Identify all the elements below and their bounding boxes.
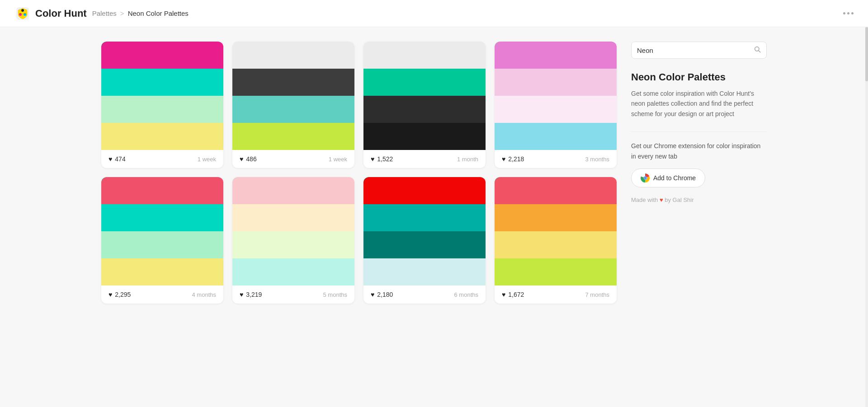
palette-likes[interactable]: ♥2,218 bbox=[502, 155, 524, 163]
palette-card[interactable]: ♥2,2183 months bbox=[495, 42, 617, 168]
palette-time: 3 months bbox=[585, 156, 609, 163]
header: Color Hunt Palettes > Neon Color Palette… bbox=[0, 0, 868, 27]
color-swatch bbox=[363, 96, 486, 123]
palette-card[interactable]: ♥2,2954 months bbox=[101, 177, 223, 304]
palette-likes[interactable]: ♥2,295 bbox=[108, 291, 131, 298]
palette-card[interactable]: ♥1,6727 months bbox=[495, 177, 617, 304]
likes-count: 474 bbox=[115, 155, 125, 163]
color-swatch bbox=[495, 123, 617, 150]
logo-text: Color Hunt bbox=[35, 8, 87, 19]
color-swatch bbox=[363, 231, 486, 258]
color-swatch bbox=[101, 204, 223, 231]
heart-icon: ♥ bbox=[660, 196, 665, 203]
breadcrumb: Palettes > Neon Color Palettes bbox=[92, 9, 189, 17]
color-swatch bbox=[232, 123, 354, 150]
palette-swatches bbox=[232, 42, 354, 150]
palette-likes[interactable]: ♥2,180 bbox=[371, 291, 393, 298]
palette-footer: ♥2,2183 months bbox=[495, 150, 617, 168]
palette-card[interactable]: ♥4861 week bbox=[232, 42, 354, 168]
palette-swatches bbox=[232, 177, 354, 285]
add-to-chrome-label: Add to Chrome bbox=[653, 174, 696, 182]
search-input[interactable] bbox=[637, 47, 754, 54]
palette-likes[interactable]: ♥474 bbox=[108, 155, 126, 163]
heart-icon: ♥ bbox=[502, 291, 505, 298]
likes-count: 2,180 bbox=[377, 291, 393, 298]
chrome-logo-icon bbox=[641, 173, 650, 182]
breadcrumb-palettes[interactable]: Palettes bbox=[92, 9, 117, 17]
palette-card[interactable]: ♥2,1806 months bbox=[363, 177, 486, 304]
palette-time: 6 months bbox=[454, 291, 478, 298]
palette-card[interactable]: ♥1,5221 month bbox=[363, 42, 486, 168]
likes-count: 2,295 bbox=[115, 291, 131, 298]
search-icon bbox=[754, 46, 761, 53]
svg-point-4 bbox=[24, 13, 26, 16]
sidebar-description: Get some color inspiration with Color Hu… bbox=[631, 89, 767, 119]
header-left: Color Hunt Palettes > Neon Color Palette… bbox=[14, 5, 189, 22]
palette-time: 5 months bbox=[323, 291, 347, 298]
breadcrumb-current: Neon Color Palettes bbox=[128, 9, 189, 17]
color-swatch bbox=[101, 42, 223, 69]
palette-card[interactable]: ♥4741 week bbox=[101, 42, 223, 168]
color-swatch bbox=[363, 42, 486, 69]
palette-likes[interactable]: ♥486 bbox=[240, 155, 257, 163]
color-swatch bbox=[495, 177, 617, 204]
heart-icon: ♥ bbox=[371, 291, 374, 298]
color-swatch bbox=[363, 204, 486, 231]
made-with: Made with ♥ by Gal Shir bbox=[631, 196, 767, 203]
logo-link[interactable]: Color Hunt bbox=[14, 5, 87, 22]
logo-icon bbox=[14, 5, 31, 22]
svg-point-3 bbox=[19, 13, 22, 16]
heart-icon: ♥ bbox=[108, 291, 112, 298]
palette-likes[interactable]: ♥3,219 bbox=[240, 291, 262, 298]
chrome-promo-text: Get our Chrome extension for color inspi… bbox=[631, 141, 767, 161]
scrollbar[interactable] bbox=[865, 0, 868, 407]
color-swatch bbox=[101, 123, 223, 150]
palette-likes[interactable]: ♥1,672 bbox=[502, 291, 524, 298]
color-swatch bbox=[495, 42, 617, 69]
palette-footer: ♥1,6727 months bbox=[495, 285, 617, 304]
heart-icon: ♥ bbox=[502, 155, 505, 163]
palette-swatches bbox=[363, 177, 486, 285]
breadcrumb-separator: > bbox=[120, 9, 124, 17]
palette-card[interactable]: ♥3,2195 months bbox=[232, 177, 354, 304]
color-swatch bbox=[495, 69, 617, 96]
color-swatch bbox=[495, 258, 617, 285]
palette-swatches bbox=[101, 177, 223, 285]
color-swatch bbox=[495, 96, 617, 123]
main-layout: ♥4741 week♥4861 week♥1,5221 month♥2,2183… bbox=[90, 27, 778, 318]
gal-shir-link[interactable]: Gal Shir bbox=[673, 196, 694, 203]
sidebar-divider bbox=[631, 131, 767, 132]
palette-likes[interactable]: ♥1,522 bbox=[371, 155, 393, 163]
likes-count: 486 bbox=[246, 155, 256, 163]
color-swatch bbox=[495, 204, 617, 231]
svg-point-2 bbox=[21, 9, 24, 12]
sidebar-title: Neon Color Palettes bbox=[631, 71, 767, 83]
color-swatch bbox=[363, 177, 486, 204]
search-button[interactable] bbox=[754, 46, 761, 55]
search-box bbox=[631, 42, 767, 59]
palette-swatches bbox=[495, 42, 617, 150]
heart-icon: ♥ bbox=[371, 155, 374, 163]
color-swatch bbox=[495, 231, 617, 258]
more-options-button[interactable] bbox=[843, 12, 854, 14]
color-swatch bbox=[232, 96, 354, 123]
color-swatch bbox=[363, 69, 486, 96]
color-swatch bbox=[232, 177, 354, 204]
dot-icon bbox=[851, 12, 854, 14]
likes-count: 3,219 bbox=[246, 291, 262, 298]
palette-time: 1 week bbox=[329, 156, 347, 163]
heart-icon: ♥ bbox=[240, 291, 243, 298]
palette-grid: ♥4741 week♥4861 week♥1,5221 month♥2,2183… bbox=[101, 42, 617, 304]
palette-swatches bbox=[363, 42, 486, 150]
palette-time: 7 months bbox=[585, 291, 609, 298]
svg-point-10 bbox=[644, 177, 646, 179]
heart-icon: ♥ bbox=[240, 155, 243, 163]
palette-footer: ♥3,2195 months bbox=[232, 285, 354, 304]
dot-icon bbox=[847, 12, 849, 14]
palette-swatches bbox=[495, 177, 617, 285]
palette-footer: ♥2,1806 months bbox=[363, 285, 486, 304]
color-swatch bbox=[232, 69, 354, 96]
likes-count: 1,522 bbox=[377, 155, 393, 163]
add-to-chrome-button[interactable]: Add to Chrome bbox=[631, 168, 705, 187]
palette-swatches bbox=[101, 42, 223, 150]
